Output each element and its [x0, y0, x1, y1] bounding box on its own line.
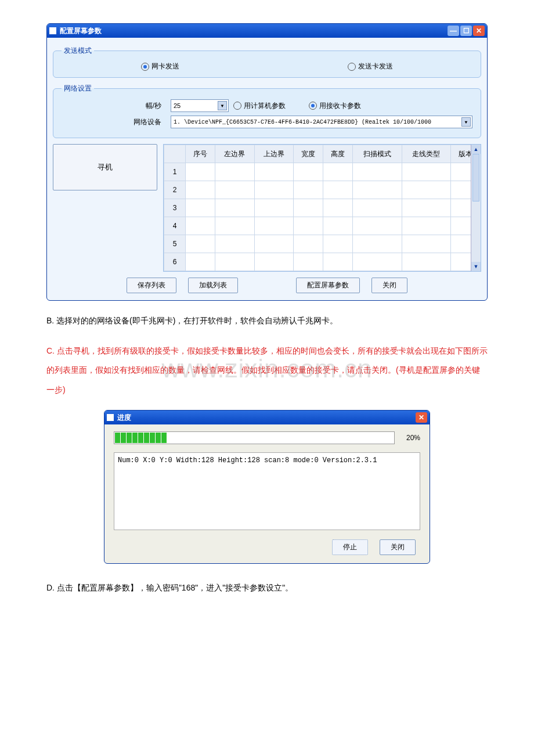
close-button-bottom[interactable]: 关闭 — [371, 278, 407, 293]
device-label: 网络设备 — [62, 117, 166, 127]
table-cell — [186, 181, 215, 199]
table-cell — [294, 253, 323, 271]
progress-close-x[interactable]: ✕ — [416, 412, 427, 423]
row-number: 6 — [164, 253, 186, 271]
row-number: 1 — [164, 163, 186, 181]
paragraph-d: D. 点击【配置屏幕参数】，输入密码"168"，进入"接受卡参数设立"。 — [46, 578, 488, 598]
th-width: 宽度 — [294, 145, 323, 163]
network-settings-group: 网络设置 幅/秒 25 ▼ 用计算机参数 用接收卡参数 — [53, 84, 481, 138]
maximize-button[interactable]: ☐ — [460, 26, 472, 36]
table-cell — [353, 235, 402, 253]
scroll-up-icon[interactable]: ▲ — [471, 145, 481, 154]
table-cell — [353, 253, 402, 271]
table-cell — [215, 199, 255, 217]
table-cell — [186, 199, 215, 217]
th-scan: 扫描模式 — [353, 145, 402, 163]
table-row[interactable]: 1 — [164, 163, 481, 181]
table-cell — [323, 199, 353, 217]
titlebar: 配置屏幕参数 — ☐ ✕ — [47, 24, 487, 38]
table-cell — [254, 163, 294, 181]
send-mode-legend: 发送模式 — [62, 46, 94, 56]
table-cell — [294, 217, 323, 235]
table-cell — [323, 217, 353, 235]
th-height: 高度 — [323, 145, 353, 163]
radio-card-send[interactable]: 发送卡发送 — [348, 62, 393, 71]
fps-value: 25 — [174, 102, 181, 109]
table-cell — [254, 235, 294, 253]
fps-select[interactable]: 25 ▼ — [171, 99, 229, 112]
progress-bar — [114, 431, 395, 444]
table-row[interactable]: 4 — [164, 217, 481, 235]
th-left: 左边界 — [215, 145, 255, 163]
radio-receiver-params[interactable]: 用接收卡参数 — [309, 101, 361, 111]
table-cell — [353, 217, 402, 235]
progress-window: 进度 ✕ 20% Num:0 X:0 Y:0 Width:128 Height:… — [104, 410, 430, 564]
radio-receiver-params-label: 用接收卡参数 — [319, 101, 361, 111]
table-cell — [186, 253, 215, 271]
progress-percent: 20% — [399, 434, 420, 442]
table-cell — [294, 199, 323, 217]
row-number: 2 — [164, 181, 186, 199]
close-button[interactable]: ✕ — [473, 26, 485, 36]
row-number: 3 — [164, 199, 186, 217]
table-row[interactable]: 2 — [164, 181, 481, 199]
app-icon — [107, 414, 114, 421]
progress-titlebar: 进度 ✕ — [104, 411, 430, 424]
device-value: 1. \Device\NPF_{C6653C57-C7E6-4FF6-B410-… — [174, 119, 431, 125]
table-cell — [254, 253, 294, 271]
radio-computer-params-label: 用计算机参数 — [244, 101, 286, 111]
table-cell — [294, 235, 323, 253]
radio-card-send-label: 发送卡发送 — [358, 62, 393, 71]
radio-computer-params[interactable]: 用计算机参数 — [233, 101, 286, 111]
minimize-button[interactable]: — — [448, 26, 459, 36]
table-row[interactable]: 3 — [164, 199, 481, 217]
table-cell — [294, 181, 323, 199]
app-icon — [49, 27, 56, 34]
row-number: 5 — [164, 235, 186, 253]
radio-nic-send-label: 网卡发送 — [151, 62, 179, 71]
table-scrollbar[interactable]: ▲ ▼ — [471, 145, 481, 271]
seek-button[interactable]: 寻机 — [53, 144, 157, 190]
scroll-thumb[interactable] — [472, 154, 479, 201]
table-cell — [323, 181, 353, 199]
table-cell — [353, 181, 402, 199]
table-cell — [353, 199, 402, 217]
table-cell — [402, 181, 450, 199]
stop-button[interactable]: 停止 — [332, 539, 368, 555]
row-number: 4 — [164, 217, 186, 235]
table-cell — [215, 181, 255, 199]
table-cell — [186, 235, 215, 253]
table-cell — [402, 199, 450, 217]
th-top: 上边界 — [254, 145, 294, 163]
load-list-button[interactable]: 加载列表 — [188, 278, 238, 293]
table-cell — [323, 163, 353, 181]
paragraph-c: C. 点击寻机，找到所有级联的接受卡，假如接受卡数量比较多，相应的时间也会变长，… — [46, 341, 488, 400]
progress-close-button[interactable]: 关闭 — [380, 539, 416, 555]
paragraph-b: B. 选择对的的网络设备(即千兆网卡)，在打开软件时，软件会自动辨认千兆网卡。 — [46, 311, 488, 331]
table-cell — [254, 181, 294, 199]
table-row[interactable]: 5 — [164, 235, 481, 253]
table-cell — [323, 235, 353, 253]
table-row[interactable]: 6 — [164, 253, 481, 271]
chevron-down-icon: ▼ — [218, 101, 227, 110]
network-settings-legend: 网络设置 — [62, 84, 94, 93]
table-cell — [186, 217, 215, 235]
scroll-down-icon[interactable]: ▼ — [471, 262, 481, 271]
table-cell — [215, 253, 255, 271]
config-screen-params-window: 配置屏幕参数 — ☐ ✕ 发送模式 网卡发送 发送卡发送 网络设置 幅/秒 — [46, 23, 488, 301]
th-seq: 序号 — [186, 145, 215, 163]
config-params-button[interactable]: 配置屏幕参数 — [296, 278, 360, 293]
table-cell — [402, 235, 450, 253]
table-cell — [402, 217, 450, 235]
save-list-button[interactable]: 保存列表 — [127, 278, 176, 293]
receiver-table: 序号 左边界 上边界 宽度 高度 扫描模式 走线类型 版本 123456 ▲ — [163, 144, 481, 272]
table-cell — [402, 253, 450, 271]
device-select[interactable]: 1. \Device\NPF_{C6653C57-C7E6-4FF6-B410-… — [171, 116, 472, 128]
table-cell — [215, 163, 255, 181]
table-cell — [215, 235, 255, 253]
progress-title: 进度 — [117, 413, 131, 423]
table-cell — [353, 163, 402, 181]
table-cell — [254, 217, 294, 235]
send-mode-group: 发送模式 网卡发送 发送卡发送 — [53, 46, 481, 78]
radio-nic-send[interactable]: 网卡发送 — [141, 62, 179, 71]
